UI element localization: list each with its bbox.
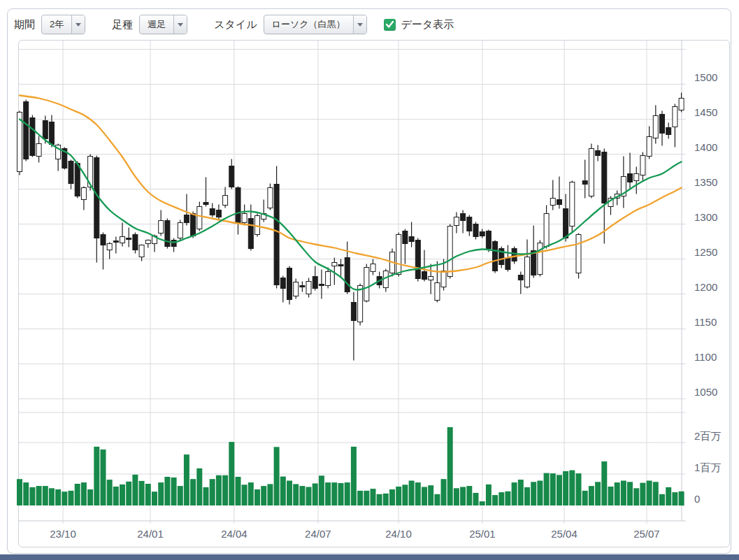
style-label: スタイル [214,18,257,31]
chart-area [18,40,730,547]
bottom-bar [0,554,739,560]
style-dropdown-arrow-icon[interactable] [353,15,366,34]
toolbar: 期間 2年 足種 週足 スタイル ローソク（白黒） データ表示 [8,9,731,40]
bartype-value: 週足 [140,15,173,34]
chart-widget-panel: 期間 2年 足種 週足 スタイル ローソク（白黒） データ表示 [7,8,731,554]
data-display-label: データ表示 [401,18,454,31]
check-icon [385,20,394,29]
period-label: 期間 [14,18,35,31]
bartype-dropdown-arrow-icon[interactable] [173,15,187,34]
style-value: ローソク（白黒） [264,15,353,34]
period-value: 2年 [42,15,71,34]
period-dropdown-arrow-icon[interactable] [71,15,85,34]
bartype-select[interactable]: 週足 [139,15,187,34]
data-display-checkbox[interactable] [384,19,396,31]
period-select[interactable]: 2年 [41,15,85,34]
style-select[interactable]: ローソク（白黒） [264,15,367,34]
bartype-label: 足種 [112,18,133,31]
